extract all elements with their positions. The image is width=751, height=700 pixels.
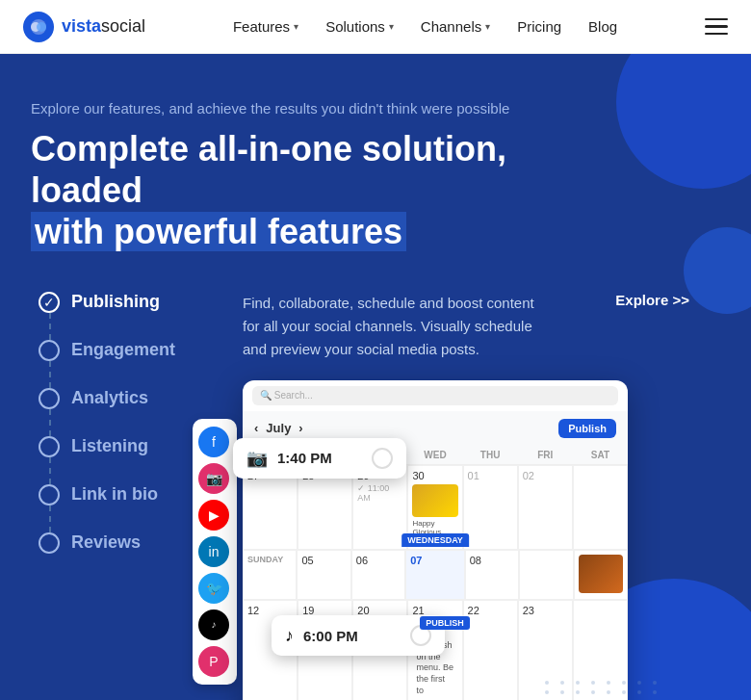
dashed-line-1 (49, 313, 51, 340)
prev-month-arrow[interactable]: ‹ (254, 421, 258, 435)
nav-blog[interactable]: Blog (588, 18, 617, 35)
facebook-icon[interactable]: f (198, 427, 229, 457)
linkedin-icon[interactable]: in (198, 536, 229, 567)
calendar-nav: ‹ July › (254, 421, 303, 435)
dashed-line-5 (49, 506, 51, 532)
dashed-line-4 (49, 457, 51, 484)
solutions-chevron-icon: ▾ (389, 21, 394, 32)
analytics-label: Analytics (71, 388, 148, 408)
nav-solutions[interactable]: Solutions ▾ (325, 18, 394, 35)
day-wed: WED (407, 446, 462, 464)
deco-circle-top (616, 54, 751, 189)
cal-cell-02: 02 (518, 465, 573, 550)
dashed-line-2 (49, 361, 51, 388)
svg-point-2 (37, 22, 46, 32)
mock-search-placeholder: 🔍 Search... (260, 390, 313, 401)
tiktok-icon[interactable]: ♪ (198, 609, 229, 640)
youtube-icon[interactable]: ▶ (198, 500, 229, 531)
listening-label: Listening (71, 436, 148, 456)
listening-circle-icon (39, 436, 60, 457)
nav-links: Features ▾ Solutions ▾ Channels ▾ Pricin… (233, 18, 617, 35)
twitter-icon[interactable]: 🐦 (198, 573, 229, 604)
dashed-line-3 (49, 409, 51, 436)
link-in-bio-circle-icon (39, 484, 60, 506)
logo[interactable]: vistasocial (23, 12, 145, 42)
instagram-icon[interactable]: 📷 (198, 463, 229, 494)
right-content: Find, collaborate, schedule and boost co… (223, 292, 720, 700)
feature-description: Find, collaborate, schedule and boost co… (243, 292, 551, 361)
hero-section: Explore our features, and achieve the re… (0, 54, 751, 700)
nav-channels[interactable]: Channels ▾ (421, 18, 490, 35)
mockup-area: f 📷 ▶ in 🐦 ♪ P 🔍 Search... (243, 380, 720, 700)
content-area: ✓ Publishing Engagement Analytics (31, 292, 720, 700)
day-thu: THU (463, 446, 518, 464)
calendar-grid-row2: SUNDAY 05 06 07 WEDNESDAY PUBLISH 08 (243, 550, 628, 600)
hero-title: Complete all-in-one solution, loaded wit… (31, 128, 531, 253)
explore-link[interactable]: Explore >> (615, 292, 689, 308)
wednesday-badge: WEDNESDAY (401, 533, 469, 547)
reviews-label: Reviews (71, 532, 141, 553)
mock-search-bar: 🔍 Search... (252, 386, 618, 405)
sidebar-item-publishing[interactable]: ✓ Publishing (31, 292, 223, 313)
nav-features[interactable]: Features ▾ (233, 18, 298, 35)
floating-tiktok-card: ♪ 6:00 PM (272, 615, 445, 656)
floating-ig-card: 📷 1:40 PM (233, 438, 406, 479)
day-sat: SAT (573, 446, 628, 464)
cal-cell-22: 22 (463, 600, 518, 700)
tiktok-card-icon: ♪ (285, 626, 294, 646)
next-month-arrow[interactable]: › (298, 421, 302, 435)
calendar-month: July (266, 421, 291, 435)
cal-cell-05: 05 (297, 550, 350, 600)
cal-cell-09 (519, 550, 573, 600)
pinterest-icon[interactable]: P (198, 646, 229, 677)
check-icon: ✓ (43, 295, 55, 310)
logo-icon (23, 12, 54, 42)
engagement-circle-icon (39, 340, 60, 361)
features-chevron-icon: ▾ (294, 21, 298, 32)
cal-cell-10 (574, 550, 628, 600)
publish-button-mock[interactable]: Publish (558, 419, 616, 438)
tiktok-card-time: 6:00 PM (303, 628, 358, 644)
cal-cell-06: 06 (351, 550, 405, 600)
sidebar-item-analytics[interactable]: Analytics (31, 388, 223, 409)
link-in-bio-label: Link in bio (71, 484, 158, 505)
hamburger-menu[interactable] (705, 18, 728, 36)
reviews-circle-icon (39, 532, 60, 554)
dots-decoration (545, 681, 662, 700)
analytics-circle-icon (39, 388, 60, 409)
hamburger-line-2 (705, 25, 728, 28)
nav-pricing[interactable]: Pricing (517, 18, 561, 35)
hamburger-line-3 (705, 33, 728, 36)
day-fri: FRI (518, 446, 573, 464)
ig-card-icon: 📷 (246, 448, 268, 469)
publishing-circle-icon: ✓ (39, 292, 60, 313)
cal-cell-01: 01 (463, 465, 518, 550)
hamburger-line-1 (705, 18, 728, 21)
cal-cell-03 (573, 465, 628, 550)
engagement-label: Engagement (71, 340, 175, 360)
ig-card-time: 1:40 PM (277, 450, 332, 466)
logo-text: vistasocial (62, 16, 145, 37)
navbar: vistasocial Features ▾ Solutions ▾ Chann… (0, 0, 751, 54)
channels-chevron-icon: ▾ (485, 21, 490, 32)
social-sidebar: f 📷 ▶ in 🐦 ♪ P (193, 419, 237, 685)
publishing-label: Publishing (71, 292, 160, 312)
sidebar-item-engagement[interactable]: Engagement (31, 340, 223, 361)
publish-bubble: PUBLISH (420, 616, 470, 630)
cal-cell-08: 08 (465, 550, 519, 600)
ig-card-check (372, 448, 393, 469)
cal-cell-07: 07 WEDNESDAY PUBLISH (405, 550, 465, 600)
cal-cell-sun-label: SUNDAY (243, 550, 297, 600)
